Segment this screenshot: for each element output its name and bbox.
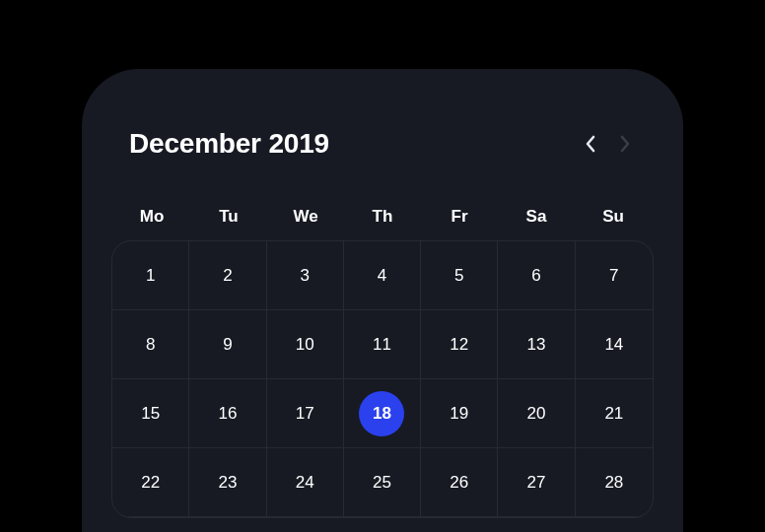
day-number: 5 xyxy=(454,266,463,286)
day-cell[interactable]: 28 xyxy=(576,448,653,517)
calendar-header: December 2019 xyxy=(111,108,654,189)
weekday-label: Tu xyxy=(190,207,267,227)
calendar-grid: 1234567891011121314151617181920212223242… xyxy=(111,240,654,518)
day-number: 7 xyxy=(609,266,618,286)
day-number: 16 xyxy=(218,404,237,424)
month-nav xyxy=(579,133,636,155)
day-cell[interactable]: 20 xyxy=(498,379,575,448)
day-number: 20 xyxy=(527,404,546,424)
day-number: 6 xyxy=(531,266,540,286)
day-cell[interactable]: 16 xyxy=(189,379,266,448)
day-number: 4 xyxy=(378,266,386,286)
day-number: 17 xyxy=(296,404,314,424)
day-cell[interactable]: 18 xyxy=(344,379,421,448)
day-cell[interactable]: 14 xyxy=(576,310,653,379)
day-cell[interactable]: 22 xyxy=(112,448,189,517)
day-cell[interactable]: 26 xyxy=(421,448,498,517)
day-number: 1 xyxy=(146,266,155,286)
day-number: 3 xyxy=(300,266,309,286)
day-cell[interactable]: 5 xyxy=(421,241,498,310)
month-year-title: December 2019 xyxy=(129,128,329,160)
day-cell[interactable]: 12 xyxy=(421,310,498,379)
day-number: 28 xyxy=(604,473,623,493)
chevron-right-icon xyxy=(620,135,631,153)
day-cell[interactable]: 21 xyxy=(576,379,653,448)
day-number: 18 xyxy=(373,404,391,424)
day-number: 9 xyxy=(223,335,232,355)
day-number: 27 xyxy=(527,473,546,493)
weekday-label: Su xyxy=(575,207,652,227)
day-cell[interactable]: 2 xyxy=(189,241,266,310)
day-number: 21 xyxy=(604,404,623,424)
day-number: 24 xyxy=(296,473,314,493)
day-cell[interactable]: 1 xyxy=(112,241,189,310)
day-number: 23 xyxy=(218,473,237,493)
day-number: 15 xyxy=(141,404,160,424)
day-number: 25 xyxy=(373,473,391,493)
day-cell[interactable]: 6 xyxy=(498,241,575,310)
day-number: 22 xyxy=(141,473,160,493)
day-number: 13 xyxy=(527,335,546,355)
day-cell[interactable]: 4 xyxy=(344,241,421,310)
next-month-button[interactable] xyxy=(614,133,636,155)
day-cell[interactable]: 27 xyxy=(498,448,575,517)
day-cell[interactable]: 24 xyxy=(267,448,344,517)
weekday-label: Sa xyxy=(498,207,575,227)
weekday-label: Th xyxy=(344,207,421,227)
day-cell[interactable]: 19 xyxy=(421,379,498,448)
day-number: 11 xyxy=(373,335,391,355)
day-cell[interactable]: 9 xyxy=(189,310,266,379)
day-cell[interactable]: 25 xyxy=(344,448,421,517)
day-cell[interactable]: 15 xyxy=(112,379,189,448)
phone-frame: December 2019 Mo Tu We Th Fr Sa Su 12345… xyxy=(82,69,683,532)
day-number: 2 xyxy=(223,266,232,286)
day-cell[interactable]: 10 xyxy=(267,310,344,379)
day-cell[interactable]: 11 xyxy=(344,310,421,379)
day-number: 12 xyxy=(450,335,468,355)
day-number: 19 xyxy=(450,404,468,424)
day-cell[interactable]: 17 xyxy=(267,379,344,448)
weekday-label: Fr xyxy=(421,207,498,227)
day-number: 8 xyxy=(146,335,155,355)
chevron-left-icon xyxy=(585,135,595,153)
day-cell[interactable]: 7 xyxy=(576,241,653,310)
day-cell[interactable]: 3 xyxy=(267,241,344,310)
day-number: 10 xyxy=(296,335,314,355)
weekday-label: Mo xyxy=(113,207,190,227)
prev-month-button[interactable] xyxy=(579,133,600,155)
day-number: 26 xyxy=(450,473,468,493)
weekday-row: Mo Tu We Th Fr Sa Su xyxy=(111,207,654,240)
day-number: 14 xyxy=(604,335,623,355)
weekday-label: We xyxy=(267,207,344,227)
day-cell[interactable]: 23 xyxy=(189,448,266,517)
day-cell[interactable]: 13 xyxy=(498,310,575,379)
day-cell[interactable]: 8 xyxy=(112,310,189,379)
